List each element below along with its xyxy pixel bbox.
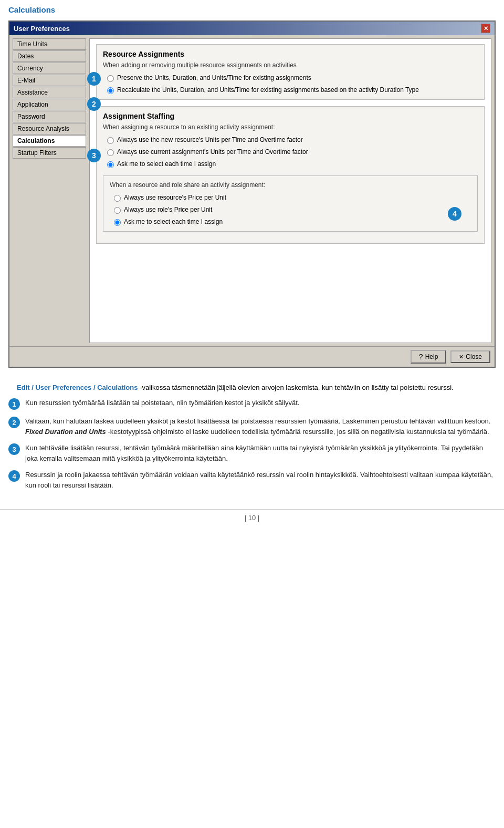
ra-radio-2[interactable] — [107, 87, 114, 94]
help-button-label: Help — [425, 353, 438, 360]
dialog-title: User Preferences — [14, 25, 70, 33]
body-circle-4: 4 — [8, 470, 20, 482]
nav-item-currency[interactable]: Currency — [13, 63, 86, 74]
nav-item-calculations[interactable]: Calculations — [13, 135, 86, 147]
role-resource-subsection: 4 When a resource and role share an acti… — [103, 175, 478, 232]
help-button[interactable]: ? Help — [411, 350, 446, 364]
ra-option-1[interactable]: Preserve the Units, Duration, and Units/… — [107, 74, 478, 82]
body-text-4: Resurssin ja roolin jakaessa tehtävän ty… — [25, 470, 496, 490]
body-text-2: Valitaan, kun halutaan laskea uudelleen … — [25, 416, 496, 437]
callout-circle-3: 3 — [87, 149, 101, 162]
ss-radio-2[interactable] — [114, 207, 121, 214]
nav-item-application[interactable]: Application — [13, 99, 86, 110]
ss-radio-1[interactable] — [114, 195, 121, 202]
ss-option-3-label: Ask me to select each time I assign — [124, 218, 223, 225]
ss-radio-3[interactable] — [114, 219, 121, 226]
nav-item-dates[interactable]: Dates — [13, 50, 86, 62]
close-button[interactable]: ✕ Close — [450, 350, 490, 363]
assignment-staffing-options: Always use the new resource's Units per … — [107, 136, 478, 168]
as-option-2-label: Always use current assignment's Units pe… — [117, 148, 308, 156]
assignment-staffing-title: Assignment Staffing — [103, 112, 478, 120]
callout-circle-1: 1 — [87, 72, 101, 86]
ss-option-1-label: Always use resource's Price per Unit — [124, 194, 226, 201]
content-panel: 1 2 Resource Assignments When adding or … — [89, 38, 491, 343]
nav-item-assistance[interactable]: Assistance — [13, 87, 86, 98]
ra-option-2-label: Recalculate the Units, Duration, and Uni… — [117, 86, 419, 94]
as-option-3[interactable]: Ask me to select each time I assign — [107, 160, 478, 168]
user-preferences-dialog: User Preferences ✕ Time Units Dates Curr… — [8, 20, 496, 368]
resource-assignments-section: 1 2 Resource Assignments When adding or … — [96, 44, 485, 100]
ra-radio-1[interactable] — [107, 75, 114, 82]
as-option-3-label: Ask me to select each time I assign — [117, 160, 216, 168]
edit-path-line: Edit / User Preferences / Calculations -… — [8, 381, 496, 394]
dialog-body: Time Units Dates Currency E-Mail Assista… — [9, 35, 495, 346]
as-option-1[interactable]: Always use the new resource's Units per … — [107, 136, 478, 144]
nav-item-startup-filters[interactable]: Startup Filters — [13, 147, 86, 159]
dialog-close-button[interactable]: ✕ — [481, 24, 490, 33]
body-circle-2: 2 — [8, 417, 20, 428]
help-icon: ? — [419, 353, 423, 361]
edit-path-text: Edit / User Preferences / Calculations — [17, 384, 138, 391]
callout-circle-2: 2 — [87, 97, 101, 111]
callout-paragraph-2: 2 Valitaan, kun halutaan laskea uudellee… — [8, 416, 496, 437]
close-icon: ✕ — [459, 354, 464, 360]
nav-panel: Time Units Dates Currency E-Mail Assista… — [13, 38, 86, 343]
nav-item-email[interactable]: E-Mail — [13, 75, 86, 86]
ss-option-2-label: Always use role's Price per Unit — [124, 206, 212, 213]
body-text-3: Kun tehtävälle lisätään resurssi, tehtäv… — [25, 443, 496, 463]
page-top-title: Calculations — [0, 0, 504, 17]
as-option-1-label: Always use the new resource's Units per … — [117, 136, 303, 143]
as-radio-2[interactable] — [107, 149, 114, 156]
nav-item-resource-analysis[interactable]: Resource Analysis — [13, 123, 86, 134]
dialog-titlebar: User Preferences ✕ — [9, 22, 495, 35]
subsection-desc: When a resource and role share an activi… — [110, 181, 471, 189]
as-radio-3[interactable] — [107, 161, 114, 168]
ra-option-2[interactable]: Recalculate the Units, Duration, and Uni… — [107, 86, 478, 94]
callout-circle-4: 4 — [448, 207, 461, 221]
ss-option-3[interactable]: Ask me to select each time I assign — [114, 218, 471, 226]
callout-paragraph-3: 3 Kun tehtävälle lisätään resurssi, teht… — [8, 443, 496, 463]
ss-option-2[interactable]: Always use role's Price per Unit — [114, 206, 471, 214]
body-circle-3: 3 — [8, 443, 20, 455]
page-number: | 10 | — [245, 514, 259, 522]
resource-assignments-desc: When adding or removing multiple resourc… — [103, 61, 478, 69]
dialog-footer: ? Help ✕ Close — [9, 346, 495, 367]
as-radio-1[interactable] — [107, 137, 114, 144]
edit-path-desc: -valikossa täsmennetään jäljellä olevien… — [140, 384, 454, 391]
resource-assignments-title: Resource Assignments — [103, 50, 478, 58]
resource-assignments-options: Preserve the Units, Duration, and Units/… — [107, 74, 478, 94]
ss-option-1[interactable]: Always use resource's Price per Unit — [114, 194, 471, 202]
body-content: Edit / User Preferences / Calculations -… — [0, 376, 504, 505]
body-circle-1: 1 — [8, 398, 20, 410]
close-button-label: Close — [466, 353, 482, 360]
callout-paragraph-4: 4 Resurssin ja roolin jakaessa tehtävän … — [8, 470, 496, 490]
assignment-staffing-section: 3 Assignment Staffing When assigning a r… — [96, 106, 485, 244]
body-text-1: Kun resurssien työmäärää lisätään tai po… — [25, 398, 299, 408]
page-footer: | 10 | — [0, 509, 504, 530]
as-option-2[interactable]: Always use current assignment's Units pe… — [107, 148, 478, 156]
nav-item-time-units[interactable]: Time Units — [13, 38, 86, 50]
assignment-staffing-desc: When assigning a resource to an existing… — [103, 123, 478, 131]
nav-item-password[interactable]: Password — [13, 111, 86, 122]
callout-paragraph-1: 1 Kun resurssien työmäärää lisätään tai … — [8, 398, 496, 410]
ra-option-1-label: Preserve the Units, Duration, and Units/… — [117, 74, 311, 81]
subsection-options: Always use resource's Price per Unit Alw… — [114, 194, 471, 226]
